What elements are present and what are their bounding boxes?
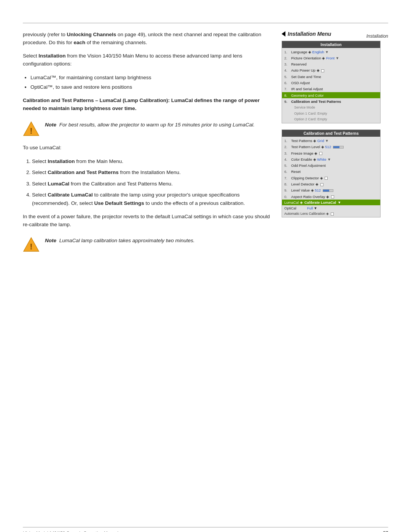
right-column: Installation Menu Installation 1. Langua…: [282, 31, 388, 260]
page-footer: Vision Model 140/150 Owner's Operating M…: [23, 527, 388, 532]
note-box-2: ! Note LumaCal lamp calibration takes ap…: [23, 235, 270, 253]
step-4-bold: Calibrate LumaCal: [48, 192, 93, 198]
lumacal-value: Calibrate LumaCal: [304, 200, 336, 204]
menu-item-5: 5. Set Date and Time: [282, 73, 380, 80]
optical-dropdown: ▼: [314, 206, 317, 210]
calib-menu-title-bar: Calibration and Test Patterns: [282, 130, 380, 137]
auto-lens-label: Automatic Lens Calibration ◈: [284, 212, 334, 216]
menu-item-10: Service Mode: [282, 105, 380, 111]
svg-text:!: !: [30, 126, 32, 136]
step-3: Select LumaCal from the Calibration and …: [32, 180, 270, 188]
note-box-1: ! Note For best results, allow the proje…: [23, 120, 270, 137]
calib-menu-items: 1. Test Patterns ◈ Grid ▼ 2. Test Patter…: [282, 137, 380, 217]
note-icon-1: !: [23, 120, 40, 137]
note-content-1: For best results, allow the projector to…: [59, 122, 255, 128]
bullet-item-1: LumaCal™, for maintaining constant lamp …: [30, 73, 270, 82]
installation-bold: Installation: [38, 53, 65, 59]
menu-item-1: 1. Language ◈ English ▼: [282, 49, 380, 55]
left-column: previously (refer to Unlocking Channels …: [23, 31, 270, 260]
step-2: Select Calibration and Test Patterns fro…: [32, 168, 270, 177]
calib-item-8: 8. Level Detector ◈: [282, 181, 380, 187]
menu-item-7: 7. IR and Serial Adjust: [282, 86, 380, 92]
each-bold: each: [74, 40, 86, 45]
intro-para-1: previously (refer to Unlocking Channels …: [23, 31, 270, 47]
calib-item-7: 7. Clipping Detector ◈: [282, 175, 380, 181]
note-label-1: Note: [45, 122, 56, 128]
installation-menu-title: Installation Menu: [288, 31, 331, 37]
arrow-left-icon: [282, 31, 285, 37]
step-1-bold: Installation: [48, 158, 75, 164]
power-failure-para: In the event of a power failure, the pro…: [23, 213, 270, 229]
install-menu-items: 1. Language ◈ English ▼ 2. Picture Orien…: [282, 48, 380, 123]
menu-item-2: 2. Picture Orientation ◈ Front ▼: [282, 55, 380, 61]
top-rule: [23, 23, 388, 23]
install-menu-title-bar: Installation: [282, 41, 380, 48]
section-heading-bold: Calibration and Test Patterns – LumaCal …: [23, 97, 170, 103]
unlocking-channels-bold: Unlocking Channels: [67, 32, 116, 37]
note-icon-2: !: [23, 236, 40, 253]
calib-item-2: 2. Test Pattern Level ◈ 512: [282, 144, 380, 150]
menu-item-11: Option 1 Card: Empty: [282, 110, 380, 117]
step-3-bold: LumaCal: [48, 181, 69, 187]
lumacal-dropdown: ▼: [338, 200, 341, 204]
note-label-2: Note: [45, 238, 56, 243]
calib-item-3: 3. Freeze Image ◈: [282, 150, 380, 156]
menu-item-12: Option 2 Card: Empty: [282, 117, 380, 123]
menu-item-4: 4. Auto Power Up ◈: [282, 67, 380, 73]
optical-value: Full: [307, 206, 313, 210]
header-label: Installation: [366, 34, 388, 39]
optical-row: OptiCal Full ▼: [282, 205, 380, 211]
bullet-item-2: OptiCal™, to save and restore lens posit…: [30, 83, 270, 91]
calib-item-5: 5. Odd Pixel Adjustment: [282, 163, 380, 169]
step-2-bold: Calibration and Test Patterns: [48, 169, 119, 175]
svg-text:!: !: [30, 242, 32, 251]
menu-item-8: 8. Geometry and Color: [282, 92, 380, 98]
intro-para-2: Select Installation from the Vision 140/…: [23, 52, 270, 68]
step-4: Select Calibrate LumaCal to calibrate th…: [32, 191, 270, 207]
menu-item-9: 9. Calibration and Test Patterns: [282, 98, 380, 104]
footer-page-number: 57: [383, 530, 388, 532]
note-text-2: Note LumaCal lamp calibration takes appr…: [45, 235, 194, 245]
calibration-menu-screenshot: Calibration and Test Patterns 1. Test Pa…: [282, 129, 381, 217]
menu-item-6: 6. OSD Adjust: [282, 80, 380, 86]
step-4-bold2: Use Default Settings: [94, 200, 144, 206]
calib-item-1: 1. Test Patterns ◈ Grid ▼: [282, 137, 380, 144]
auto-lens-row: Automatic Lens Calibration ◈: [282, 211, 380, 216]
installation-menu-screenshot: Installation 1. Language ◈ English ▼ 2. …: [282, 41, 381, 123]
optical-label: OptiCal: [284, 206, 307, 210]
calib-item-6: 6. Reset: [282, 169, 380, 175]
lumacal-label: LumaCal ◈: [284, 200, 303, 204]
use-lumacal-label: To use LumaCal:: [23, 144, 270, 152]
step-1: Select Installation from the Main Menu.: [32, 157, 270, 166]
calib-item-4: 4. Color Enable ◈ White ▼: [282, 156, 380, 162]
main-content: previously (refer to Unlocking Channels …: [0, 31, 411, 260]
note-content-2: LumaCal lamp calibration takes approxima…: [59, 238, 195, 243]
calib-item-9: 9. Level Value ◈ 512: [282, 187, 380, 193]
section-heading: Calibration and Test Patterns – LumaCal …: [23, 97, 270, 113]
page-container: Installation previously (refer to Unlock…: [0, 23, 411, 532]
feature-bullet-list: LumaCal™, for maintaining constant lamp …: [30, 73, 270, 91]
steps-list: Select Installation from the Main Menu. …: [23, 157, 270, 208]
lumacal-footer-row: LumaCal ◈ Calibrate LumaCal ▼: [282, 200, 380, 205]
menu-item-3: 3. Reserved: [282, 61, 380, 67]
calib-item-0: 0. Aspect Ratio Overlay ◈: [282, 193, 380, 200]
note-text-1: Note For best results, allow the project…: [45, 120, 255, 129]
